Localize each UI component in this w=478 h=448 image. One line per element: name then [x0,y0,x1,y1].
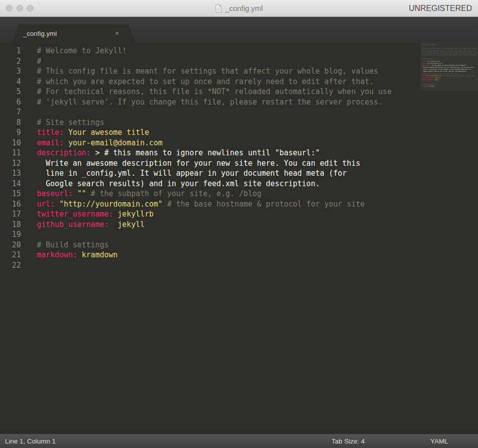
line-number: 19 [0,229,21,240]
tab-close-icon[interactable]: ✕ [115,30,119,37]
line-number: 9 [0,127,21,138]
minimap-viewport[interactable] [420,43,478,91]
code-line: github_username: jekyll [37,220,478,230]
code-line: url: "http://yourdomain.com" # the base … [37,199,478,210]
line-number: 22 [0,260,21,271]
line-number: 2 [0,56,21,67]
code-line: # This config file is meant for settings… [37,66,478,77]
close-window-button[interactable] [6,5,12,11]
line-number: 13 [0,168,21,179]
window-title-group: _config.yml [215,4,263,12]
document-icon [215,4,222,12]
zoom-window-button[interactable] [27,5,33,11]
code-line: markdown: kramdown [37,250,478,260]
line-number: 1 [0,46,21,56]
line-number: 15 [0,189,21,199]
code-line [37,107,478,117]
code-lines[interactable]: # Welcome to Jekyll!## This config file … [29,43,478,434]
editor[interactable]: 12345678910111213141516171819202122 # We… [0,43,478,434]
line-number: 3 [0,66,21,77]
line-number: 17 [0,209,21,220]
code-line: # Welcome to Jekyll! [37,46,478,56]
window-title: _config.yml [225,4,263,12]
line-number: 20 [0,240,21,250]
cursor-position: Line 1, Column 1 [5,438,56,445]
window-controls [6,0,33,16]
tab-config-yml[interactable]: _config.yml ✕ [12,24,135,43]
line-number: 18 [0,220,21,230]
code-line: line in _config.yml. It will appear in y… [37,168,478,179]
line-number: 14 [0,179,21,189]
tab-bar: _config.yml ✕ [0,17,478,43]
code-line: # Build settings [37,240,478,250]
code-line: # For technical reasons, this file is *N… [37,87,478,97]
code-line: # Site settings [37,117,478,128]
minimap[interactable]: # Welcome to Jekyll!## This config file … [420,43,478,434]
line-number: 11 [0,148,21,158]
tab-size-indicator[interactable]: Tab Size: 4 [331,438,365,445]
code-line: description: > # this means to ignore ne… [37,148,478,158]
line-number: 16 [0,199,21,210]
registration-status: UNREGISTERED [409,0,472,16]
gutter: 12345678910111213141516171819202122 [0,43,29,434]
code-line: title: Your awesome title [37,127,478,138]
tab-label: _config.yml [23,30,57,37]
app-window: _config.yml UNREGISTERED _config.yml ✕ 1… [0,0,478,448]
code-line: baseurl: "" # the subpath of your site, … [37,189,478,199]
line-number: 6 [0,97,21,108]
minimize-window-button[interactable] [16,5,23,11]
line-number: 21 [0,250,21,260]
line-number: 12 [0,158,21,169]
code-line: email: your-email@domain.com [37,138,478,148]
line-number: 7 [0,107,21,117]
line-number: 10 [0,138,21,148]
code-line: Write an awesome description for your ne… [37,158,478,169]
code-line: # 'jekyll serve'. If you change this fil… [37,97,478,108]
code-line: # which you are expected to set up once … [37,77,478,87]
line-number: 8 [0,117,21,128]
code-line: # [37,56,478,67]
syntax-indicator[interactable]: YAML [430,438,448,445]
status-bar: Line 1, Column 1 Tab Size: 4 YAML [0,434,478,448]
code-line [37,260,478,271]
titlebar: _config.yml UNREGISTERED [0,0,478,17]
code-line: twitter_username: jekyllrb [37,209,478,220]
code-line [37,229,478,240]
line-number: 4 [0,77,21,87]
line-number: 5 [0,87,21,97]
code-line: Google search results) and in your feed.… [37,179,478,189]
